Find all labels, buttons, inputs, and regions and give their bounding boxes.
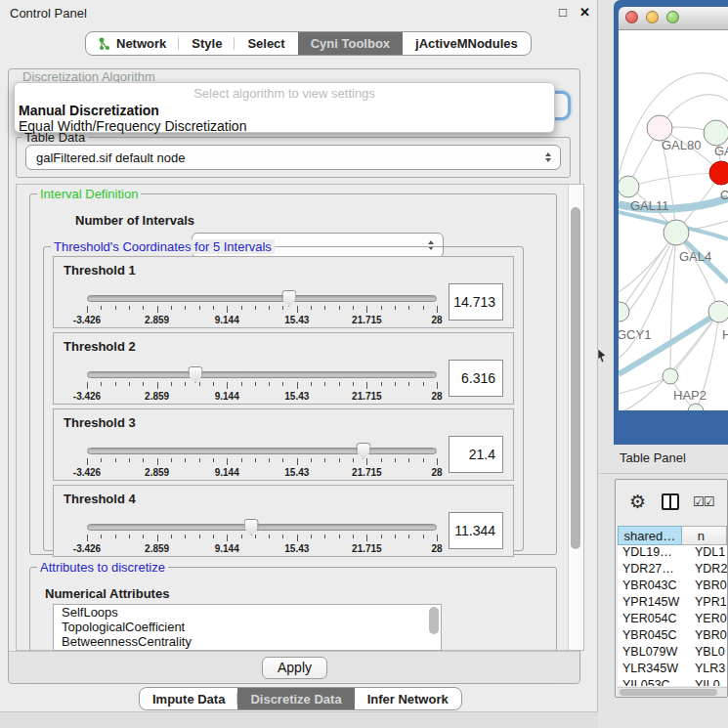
network-node[interactable] [704,120,728,146]
window-title: Control Panel [10,6,87,21]
threshold-slider[interactable]: -3.4262.8599.14415.4321.71528 [87,521,437,550]
panel-divider [598,473,728,474]
network-node[interactable] [619,302,629,321]
tab-style[interactable]: Style [179,32,235,55]
cell-shared-name: YIL053C [618,678,690,686]
apply-button[interactable]: Apply [262,657,327,679]
interval-definition-label: Interval Definition [37,187,141,201]
node-label: GAL80 [662,138,701,152]
tab-label: Style [192,36,222,51]
network-edge [676,233,719,312]
table-row[interactable]: YIL053CYIL0 [618,678,727,686]
slider-track[interactable] [87,295,437,302]
table-header-row: shared… n [618,526,727,545]
horizontal-scrollbar-thumb[interactable] [620,689,717,696]
attribute-item[interactable]: TopologicalCoefficient [54,620,441,634]
threshold-value-field[interactable]: 14.713 [449,283,503,321]
attributes-group-label: Attributes to discretize [37,560,168,575]
tab-label: Infer Network [367,692,449,707]
cell-name: YLR3 [690,662,727,678]
threshold-slider[interactable]: -3.4262.8599.14415.4321.71528 [87,292,437,321]
tab-impute-data[interactable]: Impute Data [140,688,237,709]
combo-spinner-icon [545,152,551,162]
cell-shared-name: YDR27… [618,562,690,578]
tab-infer-network[interactable]: Infer Network [355,688,461,709]
slider-track[interactable] [87,371,437,378]
tab-label: Network [116,36,166,51]
attribute-item[interactable]: SelfLoops [54,605,441,620]
slider-thumb[interactable] [356,443,370,459]
network-node[interactable] [663,368,678,384]
table-row[interactable]: YBR045CYBR0 [618,628,727,645]
tab-network[interactable]: Network [86,32,179,55]
table-body[interactable]: YDL19…YDL1YDR27…YDR2YBR043CYBR0YPR145WYP… [618,545,727,686]
tab-jactivemnodules[interactable]: jActiveMNodules [403,32,531,55]
control-panel-tab-bar: Network Style Select Cyni Toolbox jActiv… [85,31,532,56]
cell-name: YBR0 [690,578,727,595]
table-row[interactable]: YBR043CYBR0 [618,578,727,595]
minimize-traffic-light[interactable] [646,11,659,23]
gear-icon[interactable]: ⚙ [629,491,646,513]
table-row[interactable]: YDL19…YDL1 [618,545,727,562]
threshold-label: Threshold 4 [64,492,136,506]
cell-shared-name: YLR345W [618,662,690,678]
numerical-attributes-label: Numerical Attributes [45,586,169,601]
column-header-shared-name[interactable]: shared… [618,526,682,545]
cell-shared-name: YPR145W [618,595,690,612]
threshold-label: Threshold 3 [64,415,136,430]
table-row[interactable]: YER054CYER0 [618,612,727,628]
node-label: GCY1 [619,327,651,342]
table-data-value: galFiltered.sif default node [36,150,185,165]
list-scrollbar-thumb[interactable] [429,607,439,634]
network-graph: GAL80GACGAL11GAL4GCY1HHAP2 [619,30,728,410]
cell-shared-name: YBR043C [618,578,690,595]
threshold-value-field[interactable]: 21.4 [449,436,503,473]
slider-thumb[interactable] [188,366,202,383]
select-columns-icon[interactable]: ☑☑ [693,494,713,509]
columns-icon[interactable] [662,493,679,510]
zoom-traffic-light[interactable] [666,11,679,23]
tab-cyni-toolbox[interactable]: Cyni Toolbox [298,32,403,55]
number-of-intervals-label: Number of Intervals [75,213,194,228]
tab-select[interactable]: Select [235,32,297,55]
numerical-attributes-list[interactable]: SelfLoopsTopologicalCoefficientBetweenne… [53,604,442,651]
node-label: GAL4 [679,249,711,264]
cell-name: YPR1 [690,595,727,612]
threshold-value-field[interactable]: 11.344 [449,512,503,549]
table-row[interactable]: YBL079WYBL0 [618,645,727,662]
slider-ticks [87,306,437,313]
network-icon [99,37,110,51]
table-row[interactable]: YDR27…YDR2 [618,562,727,578]
dropdown-option[interactable]: Equal Width/Frequency Discretization [15,118,554,134]
table-data-combobox[interactable]: galFiltered.sif default node [25,145,561,170]
slider-thumb[interactable] [244,519,259,535]
slider-track[interactable] [87,448,437,454]
tab-discretize-data[interactable]: Discretize Data [237,688,354,709]
close-window-icon[interactable]: ✕ [579,5,590,20]
slider-thumb[interactable] [281,290,296,307]
tab-label: Cyni Toolbox [311,36,390,51]
dropdown-placeholder: Select algorithm to view settings [15,85,554,103]
slider-tick-labels: -3.4262.8599.14415.4321.71528 [87,467,437,478]
float-window-icon[interactable]: □ [559,5,567,20]
network-canvas[interactable]: GAL80GACGAL11GAL4GCY1HHAP2 [619,30,728,410]
network-node[interactable] [709,161,728,185]
threshold-box: Threshold 1-3.4262.8599.14415.4321.71528… [53,256,514,328]
table-row[interactable]: YLR345WYLR3 [618,662,727,678]
column-header-name[interactable]: n [682,526,727,545]
dropdown-option[interactable]: Manual Discretization [15,103,554,118]
attribute-item[interactable]: BetweennessCentrality [54,634,441,649]
threshold-slider[interactable]: -3.4262.8599.14415.4321.71528 [87,368,437,398]
node-label: HAP2 [673,388,707,403]
close-traffic-light[interactable] [625,11,638,23]
threshold-value-field[interactable]: 6.316 [449,360,503,397]
threshold-slider[interactable]: -3.4262.8599.14415.4321.71528 [87,445,437,474]
vertical-scrollbar-thumb[interactable] [571,207,580,549]
node-label: H [722,327,728,342]
network-node[interactable] [664,220,689,245]
control-panel-window: Control Panel □ ✕ Network Style Select C… [0,0,598,728]
network-node[interactable] [708,301,728,322]
table-row[interactable]: YPR145WYPR1 [618,595,727,612]
slider-track[interactable] [87,524,437,531]
network-node[interactable] [619,176,639,197]
